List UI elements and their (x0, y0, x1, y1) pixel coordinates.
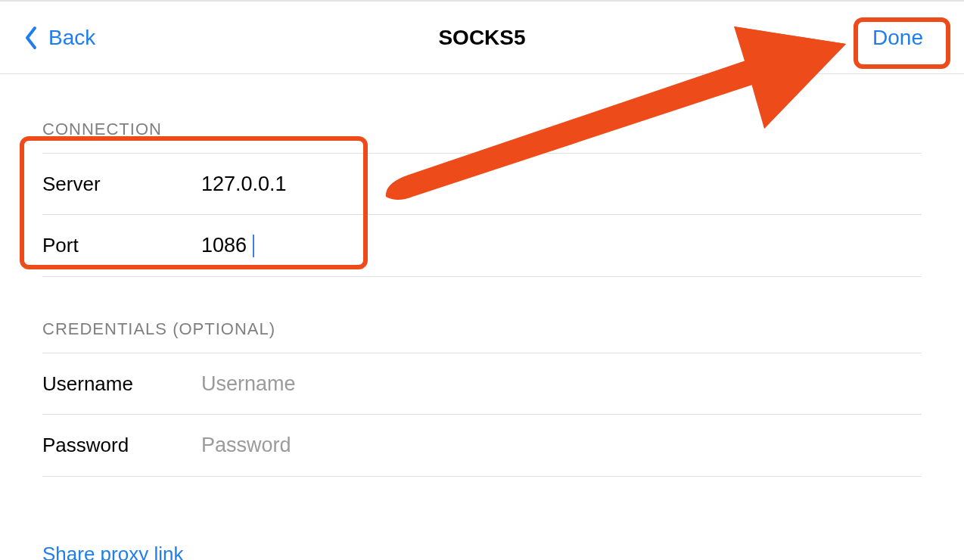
section-header-credentials: CREDENTIALS (OPTIONAL) (42, 277, 922, 353)
port-input[interactable] (201, 234, 254, 257)
text-cursor (253, 235, 254, 257)
password-input[interactable] (201, 434, 922, 457)
port-label: Port (42, 234, 201, 257)
share-row[interactable]: Share proxy link (42, 524, 922, 560)
section-header-connection: CONNECTION (42, 74, 922, 153)
username-input[interactable] (201, 372, 922, 396)
row-password[interactable]: Password (42, 415, 922, 477)
server-input[interactable] (201, 173, 922, 196)
password-label: Password (42, 434, 201, 457)
page-title: SOCKS5 (0, 26, 964, 50)
done-button[interactable]: Done (856, 21, 940, 54)
back-label: Back (48, 26, 95, 50)
back-button[interactable]: Back (24, 26, 95, 50)
server-label: Server (42, 173, 201, 196)
row-username[interactable]: Username (42, 353, 922, 415)
share-proxy-link[interactable]: Share proxy link (42, 543, 183, 560)
row-port[interactable]: Port (42, 215, 922, 277)
username-label: Username (42, 372, 201, 396)
content: CONNECTION Server Port CREDENTIALS (OPTI… (0, 74, 964, 560)
row-server[interactable]: Server (42, 153, 922, 215)
navbar: Back SOCKS5 Done (0, 2, 964, 74)
chevron-left-icon (24, 26, 38, 50)
